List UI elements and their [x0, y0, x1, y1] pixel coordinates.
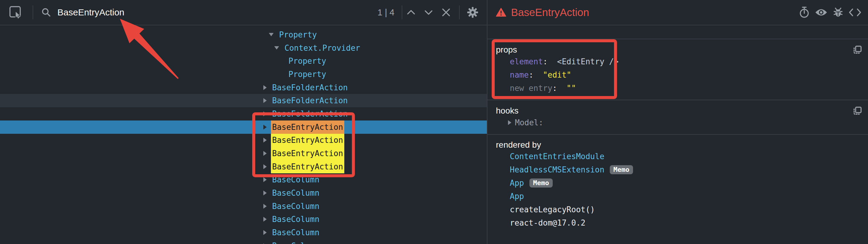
view-source-icon[interactable]	[848, 5, 862, 19]
hooks-section: hooks Model:	[488, 100, 868, 134]
tree-toolbar: 1 | 4	[0, 0, 487, 25]
inspect-element-icon[interactable]	[8, 4, 24, 20]
chevron-right-icon[interactable]	[264, 204, 267, 209]
chevron-down-icon[interactable]	[420, 4, 437, 21]
inspected-element-body: props element: <EditEntry />name: "edit"…	[488, 25, 868, 244]
props-section: props element: <EditEntry />name: "edit"…	[488, 39, 868, 100]
owner-link[interactable]: ContentEntriesModule	[510, 152, 604, 161]
owner-link[interactable]: HeadlessCMSExtension	[510, 165, 604, 174]
component-name: BaseColumn	[271, 200, 321, 213]
prop-value: <EditEntry />	[557, 57, 619, 66]
inspected-element-toolbar: BaseEntryAction	[488, 0, 868, 25]
eye-icon[interactable]	[814, 5, 828, 19]
component-name: BaseColumn	[271, 186, 321, 200]
prop-value: ""	[566, 84, 576, 93]
component-name: BaseFolderAction	[271, 81, 349, 94]
tree-row[interactable]: BaseColumn	[0, 173, 487, 187]
hook-row[interactable]: Model:	[496, 116, 868, 129]
component-name: Property	[278, 28, 318, 41]
inspected-component-title: BaseEntryAction	[511, 6, 589, 19]
tree-row[interactable]: Property	[0, 28, 487, 41]
colon: :	[529, 70, 543, 80]
chevron-right-icon[interactable]	[264, 112, 267, 116]
component-name: BaseColumn	[271, 226, 321, 239]
component-tree-panel: 1 | 4	[0, 0, 487, 244]
chevron-right-icon[interactable]	[264, 151, 267, 156]
copy-icon[interactable]	[852, 106, 863, 116]
tree-row[interactable]: BaseEntryAction	[0, 134, 487, 147]
component-name: BaseEntryAction	[271, 147, 344, 160]
bug-icon[interactable]	[831, 5, 845, 19]
prop-row[interactable]: new entry: ""	[496, 82, 868, 95]
rendered-by-section: rendered by ContentEntriesModuleHeadless…	[488, 134, 868, 244]
hooks-header: hooks	[496, 106, 519, 116]
colon: :	[543, 57, 557, 66]
stopwatch-icon[interactable]	[797, 5, 811, 19]
chevron-right-icon[interactable]	[264, 85, 267, 90]
tree-row[interactable]: BaseFolderAction	[0, 94, 487, 107]
chevron-down-icon[interactable]	[269, 33, 274, 36]
component-name: Property	[287, 68, 328, 81]
prop-value: "edit"	[543, 70, 571, 80]
tree-row[interactable]: Property	[0, 68, 487, 81]
rendered-by-row: App	[496, 190, 868, 203]
component-name: BaseEntryAction	[271, 134, 344, 147]
component-name: Context.Provider	[283, 41, 361, 55]
search-results-count: 1 | 4	[377, 7, 395, 18]
component-name: BaseColumn	[271, 239, 321, 244]
memo-badge: Memo	[529, 179, 553, 187]
component-name: Property	[287, 54, 328, 68]
chevron-up-icon[interactable]	[402, 4, 420, 21]
chevron-right-icon[interactable]	[264, 177, 267, 182]
prop-key: new entry	[510, 84, 552, 93]
component-name: BaseEntryAction	[271, 121, 344, 134]
tree-row[interactable]: BaseColumn	[0, 186, 487, 200]
tree-row[interactable]: BaseColumn	[0, 213, 487, 226]
component-tree: PropertyContext.ProviderPropertyProperty…	[0, 25, 487, 244]
inspected-element-actions	[797, 5, 862, 19]
component-name: BaseFolderAction	[271, 107, 349, 121]
tree-row[interactable]: Property	[0, 54, 487, 68]
chevron-right-icon[interactable]	[264, 98, 267, 103]
chevron-right-icon[interactable]	[264, 230, 267, 235]
owner-label: react-dom@17.0.2	[510, 218, 585, 227]
gear-icon[interactable]	[464, 4, 482, 21]
chevron-down-icon[interactable]	[274, 46, 279, 50]
warning-triangle-icon	[496, 7, 506, 17]
prop-key: name	[510, 70, 529, 80]
tree-row[interactable]: BaseColumn	[0, 200, 487, 213]
prop-row[interactable]: name: "edit"	[496, 68, 868, 82]
rendered-by-row: AppMemo	[496, 176, 868, 190]
memo-badge: Memo	[610, 165, 633, 174]
owner-link[interactable]: App	[510, 179, 524, 187]
owner-link[interactable]: App	[510, 192, 524, 201]
tree-row[interactable]: BaseFolderAction	[0, 107, 487, 121]
chevron-right-icon[interactable]	[264, 190, 267, 195]
rendered-by-row: createLegacyRoot()	[496, 203, 868, 216]
search-input[interactable]	[57, 3, 377, 22]
tree-row[interactable]: BaseEntryAction	[0, 147, 487, 160]
tree-row[interactable]: BaseFolderAction	[0, 81, 487, 94]
props-header: props	[496, 45, 517, 55]
prop-row[interactable]: element: <EditEntry />	[496, 55, 868, 68]
spacer	[488, 25, 868, 39]
tree-row[interactable]: Context.Provider	[0, 41, 487, 55]
chevron-right-icon[interactable]	[264, 164, 267, 169]
component-name: BaseColumn	[271, 173, 321, 187]
search-field	[41, 3, 377, 22]
react-devtools-components-panel: 1 | 4	[0, 0, 868, 244]
component-name: BaseColumn	[271, 213, 321, 226]
tree-row[interactable]: BaseEntryAction	[0, 121, 487, 134]
tree-row[interactable]: BaseColumn	[0, 239, 487, 244]
colon: :	[552, 84, 566, 93]
chevron-right-icon[interactable]	[508, 120, 511, 125]
copy-icon[interactable]	[852, 45, 863, 55]
inspected-element-panel: BaseEntryAction	[488, 0, 868, 244]
tree-row[interactable]: BaseColumn	[0, 226, 487, 239]
chevron-right-icon[interactable]	[264, 125, 267, 129]
close-icon[interactable]	[437, 4, 455, 21]
toolbar-divider	[459, 5, 460, 19]
tree-row[interactable]: BaseEntryAction	[0, 160, 487, 173]
chevron-right-icon[interactable]	[264, 138, 267, 143]
chevron-right-icon[interactable]	[264, 217, 267, 222]
